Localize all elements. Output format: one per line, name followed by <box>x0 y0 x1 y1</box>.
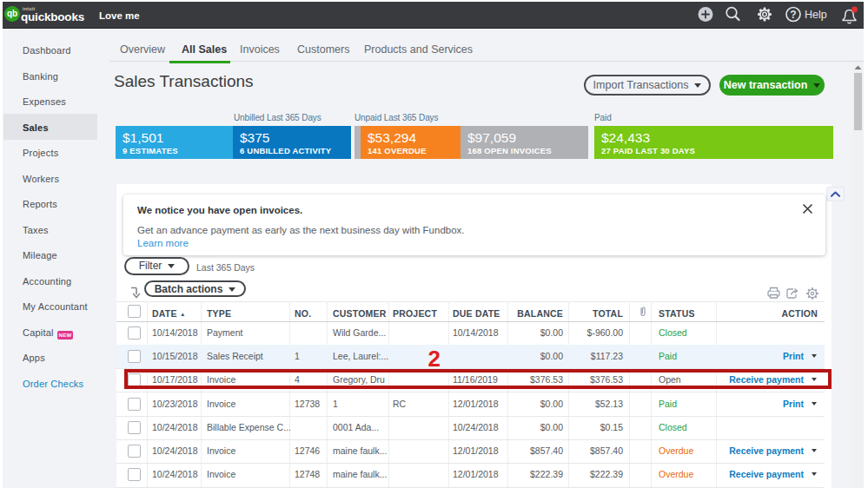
svg-text:?: ? <box>790 9 796 21</box>
